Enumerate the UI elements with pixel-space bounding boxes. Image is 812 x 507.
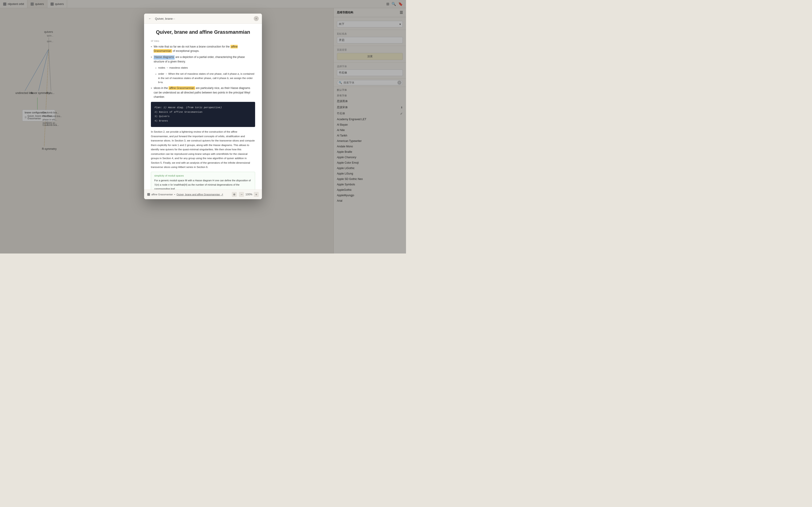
modal-overlay[interactable]: ← Quiver, brane··· × Quiver, brane and a…: [0, 0, 406, 253]
section-box-title: simplicity of moduli spaces: [154, 174, 252, 177]
crumb-separator: •: [174, 193, 175, 196]
external-link-icon: ↗: [221, 193, 223, 196]
modal-bullet-2: Hasse diagrams are a depiction of a part…: [151, 55, 255, 64]
crumb-icon: [147, 193, 150, 196]
section-box-body: For a generic moduli space M with a Hass…: [154, 178, 252, 189]
modal: ← Quiver, brane··· × Quiver, brane and a…: [144, 13, 262, 199]
modal-sub-bullet-2: order → When the set of massless states …: [151, 72, 255, 84]
footer-breadcrumb: affine Grassmanian • Quiver, brane and a…: [147, 193, 223, 196]
crumb-doc-link[interactable]: Quiver, brane and affine Grassmannian ↗: [176, 193, 223, 196]
highlight-affine-grassmannian-2: affine Grassmannian: [168, 86, 195, 90]
modal-section-box: simplicity of moduli spaces For a generi…: [151, 172, 255, 189]
modal-footer: affine Grassmanian • Quiver, brane and a…: [144, 189, 262, 199]
modal-bullet-3: slices in the affine Grassmannian are pa…: [151, 86, 255, 99]
crumb-text: affine Grassmanian: [151, 193, 173, 196]
modal-back-button[interactable]: ←: [147, 16, 153, 21]
footer-actions: ⊕ − 100% +: [232, 192, 259, 197]
modal-sub-bullet-1: nodes → massless states: [151, 66, 255, 70]
modal-header: ← Quiver, brane··· ×: [144, 13, 262, 24]
modal-title: Quiver, brane···: [155, 17, 251, 20]
highlight-hasse-diagrams: Hasse diagrams: [154, 55, 175, 59]
modal-bullet-1: We note that so far we do not have a bra…: [151, 45, 255, 53]
zoom-in-button[interactable]: +: [254, 192, 259, 197]
modal-blackboard: Plan: 1) Hasse diag. (from toric perspec…: [151, 102, 255, 127]
modal-close-button[interactable]: ×: [254, 16, 259, 21]
modal-body: Quiver, brane and affine Grassmanmian H¹…: [144, 24, 262, 189]
modal-body-text: In Section 2, we provide a lightening re…: [151, 130, 255, 170]
modal-doc-title: Quiver, brane and affine Grassmanmian: [151, 29, 255, 35]
highlight-affine-grassmannian-1: affine Grassmannian: [154, 45, 238, 53]
zoom-percent: 100%: [245, 193, 252, 196]
zoom-controls: − 100% +: [239, 192, 259, 197]
zoom-out-button[interactable]: −: [239, 192, 244, 197]
modal-intro-label: H¹ Intro: [151, 40, 255, 42]
target-button[interactable]: ⊕: [232, 192, 237, 197]
